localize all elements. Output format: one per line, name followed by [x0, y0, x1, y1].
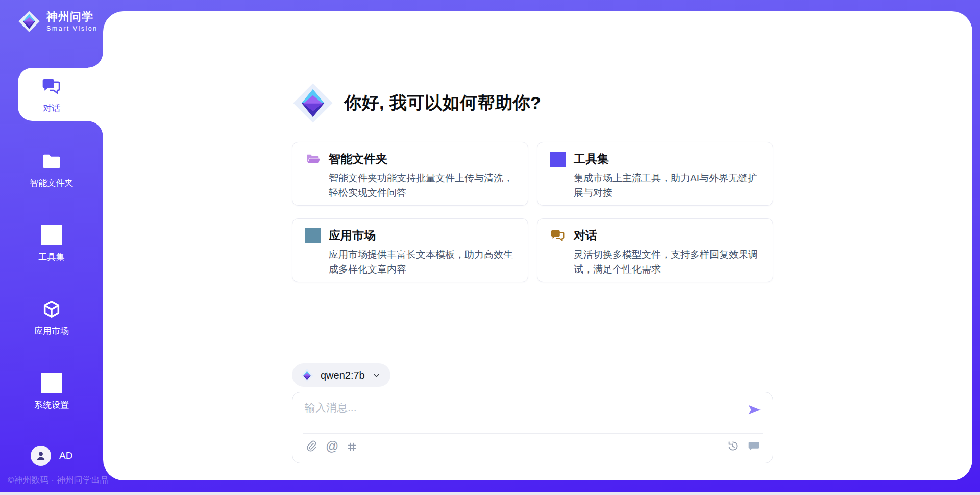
card-title: 对话: [574, 228, 597, 243]
sidebar-footer-credit: ©神州数码 · 神州问学出品: [8, 474, 109, 486]
grid-icon: [305, 228, 321, 243]
card-app-market[interactable]: 应用市场 应用市场提供丰富长文本模板，助力高效生成多样化文章内容: [292, 218, 528, 282]
folder-open-icon: [305, 152, 321, 167]
app-window: 你好, 我可以如何帮助你? 智能文件夹 智能文件夹功能支持批量文件上传与清洗，轻…: [0, 0, 980, 495]
history-icon: [726, 439, 740, 453]
sidebar-item-label: 系统设置: [0, 399, 103, 411]
sidebar-item-smart-folder[interactable]: 智能文件夹: [0, 151, 103, 189]
hash-icon: [346, 441, 358, 453]
chat-icon: [41, 77, 62, 97]
attach-file-button[interactable]: [305, 439, 318, 453]
chat-icon: [550, 228, 566, 243]
card-description: 集成市场上主流工具，助力AI与外界无缝扩展与对接: [574, 170, 762, 200]
model-selector[interactable]: qwen2:7b: [292, 363, 390, 387]
paperclip-icon: [305, 439, 318, 453]
card-title: 智能文件夹: [329, 151, 387, 167]
diamond-logo-icon: [292, 82, 334, 124]
history-button[interactable]: [726, 439, 740, 453]
brand-name: 神州问学: [46, 11, 98, 23]
composer-divider: [303, 433, 763, 434]
sidebar-item-label: 对话: [0, 103, 103, 114]
toolbox-icon: [41, 225, 62, 245]
card-description: 灵活切换多模型文件，支持多样回复效果调试，满足个性化需求: [574, 247, 762, 277]
card-description: 应用市场提供丰富长文本模板，助力高效生成多样化文章内容: [329, 247, 517, 277]
main-content-area: 你好, 我可以如何帮助你? 智能文件夹 智能文件夹功能支持批量文件上传与清洗，轻…: [103, 11, 972, 480]
hash-button[interactable]: [346, 441, 358, 453]
gear-icon: [41, 373, 62, 393]
sidebar-item-label: 工具集: [0, 251, 103, 263]
brand-subtitle: Smart Vision: [46, 25, 98, 32]
sidebar-item-app-market[interactable]: 应用市场: [0, 299, 103, 337]
message-input[interactable]: [304, 400, 732, 429]
toolbox-icon: [550, 152, 566, 167]
greeting-title: 你好, 我可以如何帮助你?: [344, 91, 541, 115]
card-toolset[interactable]: 工具集 集成市场上主流工具，助力AI与外界无缝扩展与对接: [537, 142, 773, 206]
sidebar-item-label: 应用市场: [0, 325, 103, 337]
sidebar: 神州问学 Smart Vision 对话 智能文件夹 工具集 应用市场 系统设置: [0, 0, 103, 495]
card-title: 工具集: [574, 151, 609, 167]
card-smart-folder[interactable]: 智能文件夹 智能文件夹功能支持批量文件上传与清洗，轻松实现文件问答: [292, 142, 528, 206]
window-bottom-edge: [0, 492, 980, 495]
chat-bubble-button[interactable]: [747, 439, 761, 453]
diamond-logo-icon: [300, 368, 314, 382]
feature-cards-grid: 智能文件夹 智能文件夹功能支持批量文件上传与清洗，轻松实现文件问答 工具集 集成…: [292, 142, 773, 282]
send-icon: [746, 402, 763, 418]
person-icon: [34, 449, 47, 462]
greeting-block: 你好, 我可以如何帮助你?: [292, 82, 541, 124]
card-title: 应用市场: [329, 228, 376, 243]
chevron-down-icon: [372, 370, 381, 380]
avatar: [31, 445, 51, 466]
sidebar-item-toolset[interactable]: 工具集: [0, 225, 103, 263]
folder-icon: [41, 151, 62, 171]
sidebar-item-chat[interactable]: 对话: [0, 77, 103, 114]
card-description: 智能文件夹功能支持批量文件上传与清洗，轻松实现文件问答: [329, 170, 517, 200]
chat-bubble-icon: [747, 439, 761, 453]
cube-icon: [41, 299, 62, 319]
card-conversation[interactable]: 对话 灵活切换多模型文件，支持多样回复效果调试，满足个性化需求: [537, 218, 773, 282]
sidebar-item-label: 智能文件夹: [0, 177, 103, 189]
diamond-logo-icon: [18, 10, 40, 33]
send-button[interactable]: [746, 402, 763, 418]
message-composer: @: [292, 392, 773, 463]
mention-button[interactable]: @: [326, 439, 338, 453]
user-account[interactable]: AD: [31, 445, 72, 466]
model-name: qwen2:7b: [321, 369, 365, 381]
brand: 神州问学 Smart Vision: [18, 10, 98, 33]
user-initials: AD: [59, 450, 72, 461]
sidebar-item-settings[interactable]: 系统设置: [0, 373, 103, 411]
